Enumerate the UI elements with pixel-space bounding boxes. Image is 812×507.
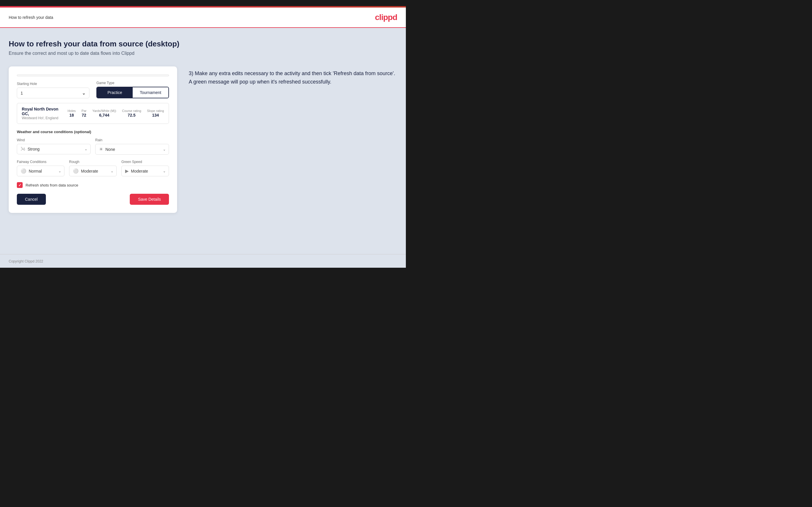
rough-select[interactable]: ⚪ Moderate ⌄ (69, 166, 117, 176)
cancel-button[interactable]: Cancel (17, 194, 46, 205)
footer-text: Copyright Clippd 2022 (9, 259, 43, 263)
green-speed-chevron-icon: ⌄ (163, 169, 166, 173)
game-type-label: Game Type (96, 81, 169, 85)
course-name: Royal North Devon GC, (22, 107, 62, 116)
refresh-checkbox[interactable]: ✓ (17, 182, 22, 188)
holes-value: 18 (69, 113, 74, 117)
rough-icon: ⚪ (73, 168, 79, 174)
starting-hole-group: Starting Hole 1 ⌄ (17, 82, 89, 98)
course-rating-value: 72.5 (128, 113, 136, 117)
holes-label: Holes (68, 109, 76, 113)
slope-rating-label: Slope rating (147, 109, 164, 113)
par-stat: Par 72 (82, 109, 87, 118)
conditions-heading: Weather and course conditions (optional) (17, 130, 169, 134)
yards-stat: Yards/White (M)) 6,744 (92, 109, 116, 118)
holes-stat: Holes 18 (68, 109, 76, 118)
page-subheading: Ensure the correct and most up to date d… (9, 51, 397, 56)
fairway-select[interactable]: ⚪ Normal ⌄ (17, 166, 64, 176)
fairway-icon: ⚪ (20, 168, 27, 174)
rough-chevron-icon: ⌄ (111, 169, 113, 173)
course-info: Royal North Devon GC, Westward Ho!, Engl… (22, 107, 62, 120)
yards-label: Yards/White (M)) (92, 109, 116, 113)
header: How to refresh your data clippd (0, 7, 406, 28)
rain-group: Rain ☀ None ⌄ (95, 138, 169, 155)
footer: Copyright Clippd 2022 (0, 254, 406, 268)
top-form-row: Starting Hole 1 ⌄ Game Type Practice Tou… (17, 81, 169, 98)
description-text: 3) Make any extra edits necessary to the… (189, 69, 397, 86)
form-card: Starting Hole 1 ⌄ Game Type Practice Tou… (9, 66, 177, 213)
page-heading: How to refresh your data from source (de… (9, 40, 397, 48)
button-row: Cancel Save Details (17, 194, 169, 205)
starting-hole-select[interactable]: 1 ⌄ (17, 88, 89, 98)
save-button[interactable]: Save Details (130, 194, 169, 205)
par-value: 72 (82, 113, 87, 117)
green-speed-group: Green Speed ▶ Moderate ⌄ (121, 160, 169, 176)
logo: clippd (375, 13, 397, 22)
starting-hole-label: Starting Hole (17, 82, 89, 86)
rough-value: Moderate (81, 169, 98, 173)
rain-value: None (105, 147, 115, 152)
description-panel: 3) Make any extra edits necessary to the… (189, 66, 397, 86)
refresh-checkbox-row: ✓ Refresh shots from data source (17, 182, 169, 188)
tournament-button[interactable]: Tournament (133, 87, 168, 98)
green-speed-icon: ▶ (125, 168, 129, 174)
header-title: How to refresh your data (9, 15, 53, 20)
green-speed-label: Green Speed (121, 160, 169, 164)
content-area: Starting Hole 1 ⌄ Game Type Practice Tou… (9, 66, 397, 213)
course-rating-label: Course rating (122, 109, 141, 113)
yards-value: 6,744 (99, 113, 109, 117)
course-location: Westward Ho!, England (22, 116, 62, 120)
rain-label: Rain (95, 138, 169, 142)
main-content: How to refresh your data from source (de… (0, 28, 406, 254)
partial-card-hint (17, 74, 169, 76)
fairway-label: Fairway Conditions (17, 160, 64, 164)
game-type-group: Game Type Practice Tournament (96, 81, 169, 98)
rough-label: Rough (69, 160, 117, 164)
rain-select[interactable]: ☀ None ⌄ (95, 144, 169, 155)
slope-rating-value: 134 (152, 113, 159, 117)
top-bar (0, 0, 406, 7)
green-speed-value: Moderate (131, 169, 148, 173)
par-label: Par (82, 109, 87, 113)
fairway-rough-green-row: Fairway Conditions ⚪ Normal ⌄ Rough ⚪ Mo… (17, 160, 169, 176)
wind-chevron-icon: ⌄ (85, 147, 87, 151)
wind-rain-row: Wind 🌬 Strong ⌄ Rain ☀ None ⌄ (17, 138, 169, 155)
wind-icon: 🌬 (20, 147, 25, 152)
toggle-group: Practice Tournament (96, 87, 169, 98)
chevron-down-icon: ⌄ (82, 90, 86, 96)
slope-rating-stat: Slope rating 134 (147, 109, 164, 118)
wind-value: Strong (28, 147, 40, 152)
course-stats: Holes 18 Par 72 Yards/White (M)) 6,744 C… (68, 109, 164, 118)
wind-select[interactable]: 🌬 Strong ⌄ (17, 144, 91, 154)
rough-group: Rough ⚪ Moderate ⌄ (69, 160, 117, 176)
rain-icon: ☀ (99, 147, 103, 152)
wind-group: Wind 🌬 Strong ⌄ (17, 138, 91, 155)
fairway-value: Normal (29, 169, 42, 173)
course-rating-stat: Course rating 72.5 (122, 109, 141, 118)
checkmark-icon: ✓ (18, 183, 21, 187)
starting-hole-value: 1 (20, 91, 23, 96)
wind-label: Wind (17, 138, 91, 142)
green-speed-select[interactable]: ▶ Moderate ⌄ (121, 166, 169, 176)
fairway-group: Fairway Conditions ⚪ Normal ⌄ (17, 160, 64, 176)
fairway-chevron-icon: ⌄ (58, 169, 61, 173)
gradient-bar (0, 6, 406, 7)
course-row: Royal North Devon GC, Westward Ho!, Engl… (17, 103, 169, 124)
practice-button[interactable]: Practice (97, 87, 133, 98)
refresh-label: Refresh shots from data source (26, 183, 78, 187)
rain-chevron-icon: ⌄ (163, 147, 166, 152)
